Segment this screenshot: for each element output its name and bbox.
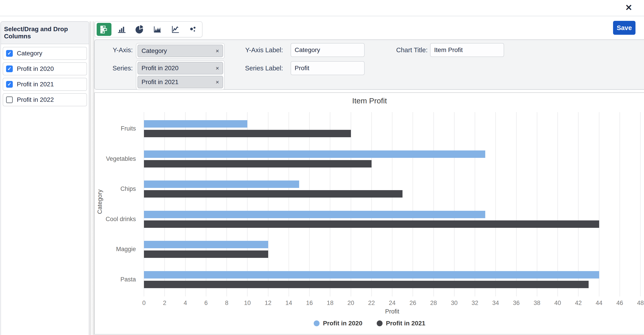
gridline xyxy=(578,112,578,296)
gridline xyxy=(288,112,289,296)
legend-marker-icon xyxy=(314,320,320,326)
horizontal-bar-chart-icon[interactable] xyxy=(97,23,112,36)
gridline xyxy=(164,112,165,296)
bar-profit-in-2020 xyxy=(144,150,485,158)
y-category-label: Chips xyxy=(88,186,136,192)
line-chart-icon[interactable] xyxy=(168,23,182,36)
checked-checkbox[interactable]: ✓ xyxy=(6,50,13,57)
x-tick-label: 0 xyxy=(135,300,153,306)
column-selector-title: Select/Drag and Drop Columns xyxy=(1,22,89,44)
y-axis-chip-box[interactable]: Category× xyxy=(136,43,225,59)
selected-column-chip[interactable]: Profit in 2021× xyxy=(138,76,223,88)
gridline xyxy=(495,112,496,296)
x-tick-label: 30 xyxy=(445,300,463,306)
bar-profit-in-2020 xyxy=(144,120,247,128)
unchecked-checkbox[interactable] xyxy=(6,96,13,103)
x-tick-label: 8 xyxy=(218,300,236,306)
y-axis-title: Category xyxy=(96,190,103,214)
gridline xyxy=(454,112,454,296)
column-item-label: Profit in 2021 xyxy=(17,81,54,88)
chip-label: Category xyxy=(142,47,167,54)
y-category-label: Pasta xyxy=(88,276,136,283)
series-label-field-label: Series Label: xyxy=(234,61,283,75)
pie-chart-icon[interactable] xyxy=(132,23,147,36)
bar-profit-in-2020 xyxy=(144,271,599,278)
gridline xyxy=(144,112,144,296)
x-tick-label: 46 xyxy=(611,300,629,306)
column-item[interactable]: Profit in 2022 xyxy=(3,93,87,106)
chip-label: Profit in 2020 xyxy=(142,64,178,72)
x-tick-label: 10 xyxy=(238,300,256,306)
bar-profit-in-2021 xyxy=(144,190,402,198)
x-tick-label: 14 xyxy=(280,300,298,306)
remove-chip-icon[interactable]: × xyxy=(216,79,219,85)
checked-checkbox[interactable]: ✓ xyxy=(6,66,13,72)
x-tick-label: 26 xyxy=(404,300,422,306)
bar-profit-in-2020 xyxy=(144,241,268,248)
column-item[interactable]: ✓Category xyxy=(3,47,87,60)
chip-label: Profit in 2021 xyxy=(142,78,178,86)
bar-profit-in-2020 xyxy=(144,211,485,218)
gridline xyxy=(309,112,310,296)
remove-chip-icon[interactable]: × xyxy=(216,48,219,54)
y-category-label: Fruits xyxy=(88,125,136,132)
x-tick-label: 42 xyxy=(569,300,587,306)
gridline xyxy=(330,112,330,296)
y-category-label: Cool drinks xyxy=(88,216,136,223)
column-item-label: Profit in 2022 xyxy=(17,96,54,103)
series-chip-box[interactable]: Profit in 2020×Profit in 2021× xyxy=(136,60,225,90)
bar-profit-in-2021 xyxy=(144,130,351,137)
legend-label: Profit in 2021 xyxy=(386,320,425,327)
gridline xyxy=(206,112,206,296)
gridline xyxy=(351,112,351,296)
x-tick-label: 12 xyxy=(259,300,277,306)
bar-profit-in-2021 xyxy=(144,160,372,168)
chart-preview-panel: Item Profit 0246810121416182022242628303… xyxy=(94,92,644,334)
column-item-label: Profit in 2020 xyxy=(17,65,54,72)
chart-config-form: Y-Axis: Category× Y-Axis Label: Chart Ti… xyxy=(94,40,644,90)
gridline xyxy=(537,112,537,296)
x-tick-label: 28 xyxy=(425,300,443,306)
gridline xyxy=(392,112,392,296)
gridline xyxy=(185,112,186,296)
x-tick-label: 24 xyxy=(383,300,401,306)
panel-scrollbar[interactable] xyxy=(90,21,94,335)
gridline xyxy=(268,112,268,296)
checked-checkbox[interactable]: ✓ xyxy=(6,81,13,88)
legend-label: Profit in 2020 xyxy=(323,320,362,327)
dialog-top-bar: ✕ xyxy=(0,0,644,16)
x-tick-label: 48 xyxy=(632,300,644,306)
column-chart-icon[interactable] xyxy=(114,23,129,36)
gridline xyxy=(599,112,600,296)
column-item[interactable]: ✓Profit in 2021 xyxy=(3,78,87,91)
plot-area: 0246810121416182022242628303234363840424… xyxy=(144,112,640,296)
column-item[interactable]: ✓Profit in 2020 xyxy=(3,62,87,75)
area-chart-icon[interactable] xyxy=(150,23,165,36)
gridline xyxy=(434,112,434,296)
x-tick-label: 32 xyxy=(466,300,484,306)
save-button[interactable]: Save xyxy=(613,21,636,35)
remove-chip-icon[interactable]: × xyxy=(216,65,219,71)
gridline xyxy=(412,112,413,296)
gridline xyxy=(475,112,475,296)
legend-item: Profit in 2021 xyxy=(377,320,425,327)
bar-profit-in-2021 xyxy=(144,281,588,288)
gridline xyxy=(640,112,641,296)
chart-title-input[interactable] xyxy=(430,43,504,57)
gridline xyxy=(558,112,558,296)
column-item-label: Category xyxy=(17,50,42,57)
gridline xyxy=(516,112,517,296)
y-axis-label-input[interactable] xyxy=(290,43,364,57)
series-field-label: Series: xyxy=(104,61,133,75)
scatter-chart-icon[interactable] xyxy=(186,23,200,36)
close-icon[interactable]: ✕ xyxy=(623,2,634,13)
series-label-input[interactable] xyxy=(290,61,364,75)
legend-item: Profit in 2020 xyxy=(314,320,362,327)
legend-marker-icon xyxy=(377,320,382,326)
x-tick-label: 38 xyxy=(528,300,546,306)
gridline xyxy=(226,112,227,296)
gridline xyxy=(247,112,248,296)
selected-column-chip[interactable]: Profit in 2020× xyxy=(138,62,223,74)
selected-column-chip[interactable]: Category× xyxy=(138,44,223,57)
x-tick-label: 44 xyxy=(590,300,608,306)
